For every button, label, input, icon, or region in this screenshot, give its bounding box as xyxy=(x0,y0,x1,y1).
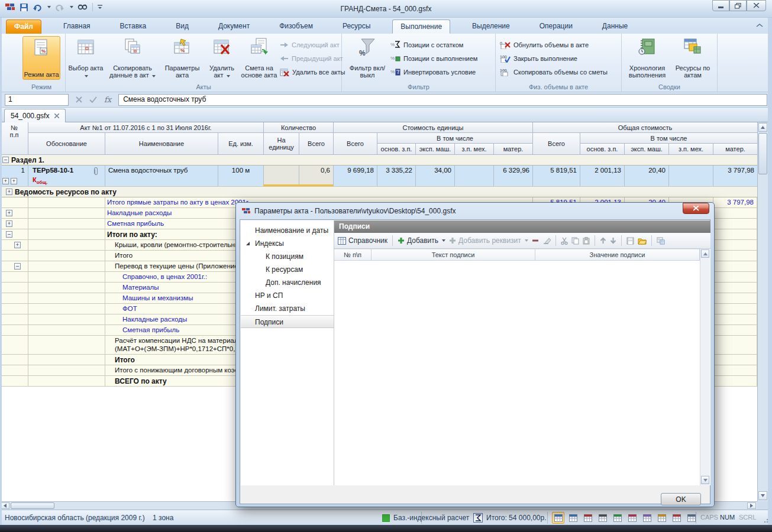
add-button[interactable]: Добавить xyxy=(398,236,445,245)
cancel-icon[interactable] xyxy=(76,96,82,103)
position-cell[interactable]: 20,40 xyxy=(624,166,668,186)
position-cell[interactable]: 5 819,51 xyxy=(532,166,580,186)
ribbon-tab[interactable]: Выделение xyxy=(464,20,518,34)
position-cell[interactable] xyxy=(668,166,713,186)
ribbon-tab[interactable]: Файл xyxy=(6,20,41,34)
collapse-ribbon-icon[interactable] xyxy=(755,22,764,28)
position-cell[interactable]: 0,6 xyxy=(299,166,333,186)
tree-expanded-icon[interactable] xyxy=(246,242,250,245)
view-mode-icon[interactable] xyxy=(611,512,624,524)
dialog-nav-item[interactable]: Наименование и даты xyxy=(241,224,334,237)
act-parameters-button[interactable]: % Параметры акта xyxy=(161,36,203,80)
expand-box-icon[interactable]: + xyxy=(14,242,21,248)
ribbon-tab[interactable]: Вид xyxy=(168,20,196,34)
ribbon-group-acts: Выбор акта Скопировать данные в акт % Па… xyxy=(66,34,342,92)
cell-reference-input[interactable]: 1 xyxy=(5,94,69,106)
dialog-close-button[interactable] xyxy=(683,203,709,214)
dialog-nav-item[interactable]: Лимит. затраты xyxy=(241,302,334,315)
position-cell[interactable]: 100 м xyxy=(218,166,263,186)
position-cell[interactable] xyxy=(454,166,493,186)
position-cell[interactable]: 34,00 xyxy=(415,166,454,186)
position-cell[interactable]: 9 699,18 xyxy=(333,166,377,186)
position-cell[interactable] xyxy=(263,166,299,186)
choose-act-button[interactable]: Выбор акта xyxy=(68,36,104,80)
reference-button[interactable]: Справочник xyxy=(338,236,387,245)
expand-box-icon[interactable]: + xyxy=(6,220,12,227)
find-icon[interactable] xyxy=(77,3,88,12)
ribbon-tab[interactable]: Операции xyxy=(532,20,580,34)
delete-act-button[interactable]: Удалить акт xyxy=(204,36,240,80)
customize-qat-icon[interactable] xyxy=(97,4,103,11)
expand-box-icon[interactable]: + xyxy=(6,210,12,216)
grid-row[interactable]: –Раздел 1. xyxy=(0,155,757,166)
close-button[interactable] xyxy=(747,0,766,11)
dialog-nav-item[interactable]: К ресурсам xyxy=(241,263,334,276)
view-mode-icon[interactable] xyxy=(641,512,653,524)
dialog-nav-item[interactable]: К позициям xyxy=(241,250,334,263)
zero-volumes-button[interactable]: 0 Обнулить объемы в акте xyxy=(500,38,589,51)
formula-input[interactable]: Смена водосточных труб xyxy=(118,94,767,106)
position-cell[interactable]: 2 001,13 xyxy=(580,166,624,186)
minimize-button[interactable] xyxy=(712,0,729,11)
expand-box-icon[interactable]: + xyxy=(6,189,12,195)
document-tab[interactable]: 54_000.gsfx xyxy=(4,109,66,122)
delete-all-acts-button[interactable]: Удалить все акты xyxy=(280,65,345,79)
cell-text: Итоги по акту: xyxy=(107,231,157,239)
position-cell[interactable]: 3 797,98 xyxy=(713,166,757,186)
ribbon-tab[interactable]: Физобъем xyxy=(272,20,321,34)
restore-button[interactable] xyxy=(729,0,747,11)
grid-row[interactable]: +Ведомость ресурсов по акту xyxy=(0,187,757,197)
ribbon-tab[interactable]: Главная xyxy=(56,20,98,34)
copy-volumes-button[interactable]: 100 Скопировать объемы со сметы xyxy=(500,65,608,79)
grid-row[interactable]: 1++Смена водосточных труб100 м0,69 699,1… xyxy=(0,166,757,187)
dialog-nav-item[interactable]: Индексы xyxy=(241,237,334,250)
view-mode-icon[interactable] xyxy=(552,512,564,524)
vertical-scrollbar[interactable] xyxy=(757,122,768,501)
status-bar: Новосибирская область (редакция 2009 г.)… xyxy=(0,510,772,525)
act-mode-button[interactable]: % Режим акта xyxy=(22,36,60,80)
view-mode-icon[interactable] xyxy=(596,512,609,524)
confirm-icon[interactable] xyxy=(89,96,97,103)
ribbon-tab[interactable]: Вставка xyxy=(112,20,154,34)
add-attribute-button: Добавить реквизит xyxy=(449,236,528,245)
positions-with-progress-button[interactable]: % Позиции с выполнением xyxy=(390,51,477,65)
resources-by-acts-button[interactable]: Ресурсы по актам xyxy=(672,36,713,80)
view-mode-icon[interactable] xyxy=(582,512,594,524)
view-mode-icon[interactable] xyxy=(670,512,683,524)
collapse-box-icon[interactable]: – xyxy=(6,231,12,238)
save-icon[interactable] xyxy=(20,3,28,12)
estimate-from-act-button[interactable]: Смета на основе акта xyxy=(241,36,277,80)
sigma-icon[interactable] xyxy=(473,513,483,523)
function-icon[interactable]: fx xyxy=(104,95,111,104)
dialog-nav-item[interactable]: Доп. начисления xyxy=(241,276,334,289)
position-cell[interactable]: 3 335,22 xyxy=(377,166,415,186)
ok-button[interactable]: OK xyxy=(661,493,701,505)
filter-toggle-button[interactable]: % Фильтр вкл/выкл xyxy=(349,36,386,80)
ribbon-tab[interactable]: Выполнение xyxy=(392,20,450,34)
undo-dropdown-icon[interactable] xyxy=(47,6,51,8)
progress-chronology-button[interactable]: Хронология выполнения xyxy=(625,36,670,80)
open-folder-icon[interactable] xyxy=(638,237,647,245)
collapse-box-icon[interactable]: – xyxy=(14,263,21,270)
close-progress-button[interactable]: 100 Закрыть выполнение xyxy=(500,51,577,65)
undo-icon[interactable] xyxy=(33,3,42,11)
dialog-scrollbar[interactable] xyxy=(700,249,710,485)
invert-condition-button[interactable]: % Инвертировать условие xyxy=(390,65,476,79)
position-cell[interactable]: 6 329,96 xyxy=(493,166,532,186)
copy-data-to-act-button[interactable]: Скопировать данные в акт xyxy=(105,36,160,80)
position-cell[interactable]: Смена водосточных труб xyxy=(105,166,218,186)
view-mode-icon[interactable] xyxy=(655,512,668,524)
view-mode-icon[interactable] xyxy=(626,512,638,524)
ribbon-tab[interactable]: Документ xyxy=(211,20,257,34)
view-mode-icon[interactable] xyxy=(567,512,579,524)
expand-box-icon[interactable]: + xyxy=(2,178,9,184)
dialog-nav-item[interactable]: НР и СП xyxy=(241,289,334,302)
collapse-box-icon[interactable]: – xyxy=(2,157,9,163)
ribbon-tab[interactable]: Данные xyxy=(595,20,635,34)
ribbon-tab[interactable]: Ресурсы xyxy=(335,20,378,34)
expand-box-icon[interactable]: + xyxy=(11,178,17,184)
positions-with-remainder-button[interactable]: % Позиции с остатком xyxy=(390,38,463,51)
close-tab-icon[interactable] xyxy=(54,113,59,118)
dialog-nav-item[interactable]: Подписи xyxy=(241,315,334,328)
signature-list[interactable] xyxy=(334,261,700,485)
